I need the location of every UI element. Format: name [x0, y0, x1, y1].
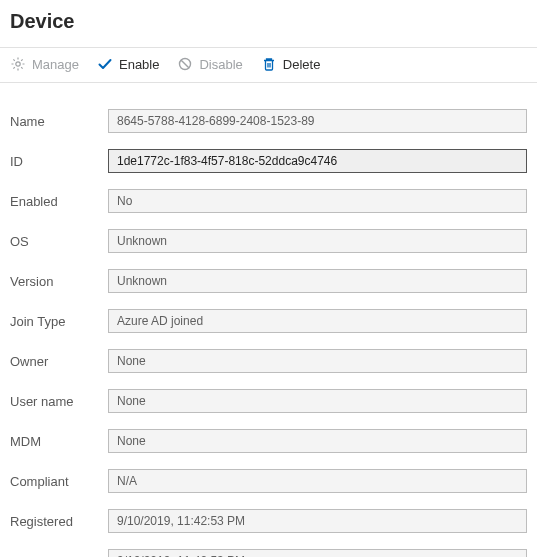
manage-button: Manage — [10, 56, 79, 72]
field-user-name[interactable]: None — [108, 389, 527, 413]
manage-label: Manage — [32, 57, 79, 72]
field-enabled[interactable]: No — [108, 189, 527, 213]
label-compliant: Compliant — [10, 474, 108, 489]
field-id[interactable]: 1de1772c-1f83-4f57-818c-52ddca9c4746 — [108, 149, 527, 173]
enable-label: Enable — [119, 57, 159, 72]
label-user-name: User name — [10, 394, 108, 409]
svg-line-2 — [182, 60, 190, 68]
label-activity: Activity — [10, 554, 108, 558]
field-version[interactable]: Unknown — [108, 269, 527, 293]
trash-icon — [261, 56, 277, 72]
page-title: Device — [0, 0, 537, 47]
label-join-type: Join Type — [10, 314, 108, 329]
field-activity[interactable]: 9/10/2019, 11:42:53 PM — [108, 549, 527, 557]
field-name[interactable]: 8645-5788-4128-6899-2408-1523-89 — [108, 109, 527, 133]
label-owner: Owner — [10, 354, 108, 369]
field-mdm[interactable]: None — [108, 429, 527, 453]
field-registered[interactable]: 9/10/2019, 11:42:53 PM — [108, 509, 527, 533]
label-id: ID — [10, 154, 108, 169]
svg-point-0 — [16, 62, 20, 66]
delete-button[interactable]: Delete — [261, 56, 321, 72]
disable-button: Disable — [177, 56, 242, 72]
device-form: Name 8645-5788-4128-6899-2408-1523-89 ID… — [0, 83, 537, 557]
label-enabled: Enabled — [10, 194, 108, 209]
label-registered: Registered — [10, 514, 108, 529]
blocked-icon — [177, 56, 193, 72]
enable-button[interactable]: Enable — [97, 56, 159, 72]
field-compliant[interactable]: N/A — [108, 469, 527, 493]
field-owner[interactable]: None — [108, 349, 527, 373]
label-name: Name — [10, 114, 108, 129]
label-os: OS — [10, 234, 108, 249]
delete-label: Delete — [283, 57, 321, 72]
toolbar: Manage Enable Disable — [0, 48, 537, 82]
gear-icon — [10, 56, 26, 72]
label-version: Version — [10, 274, 108, 289]
checkmark-icon — [97, 56, 113, 72]
disable-label: Disable — [199, 57, 242, 72]
field-join-type[interactable]: Azure AD joined — [108, 309, 527, 333]
field-os[interactable]: Unknown — [108, 229, 527, 253]
label-mdm: MDM — [10, 434, 108, 449]
